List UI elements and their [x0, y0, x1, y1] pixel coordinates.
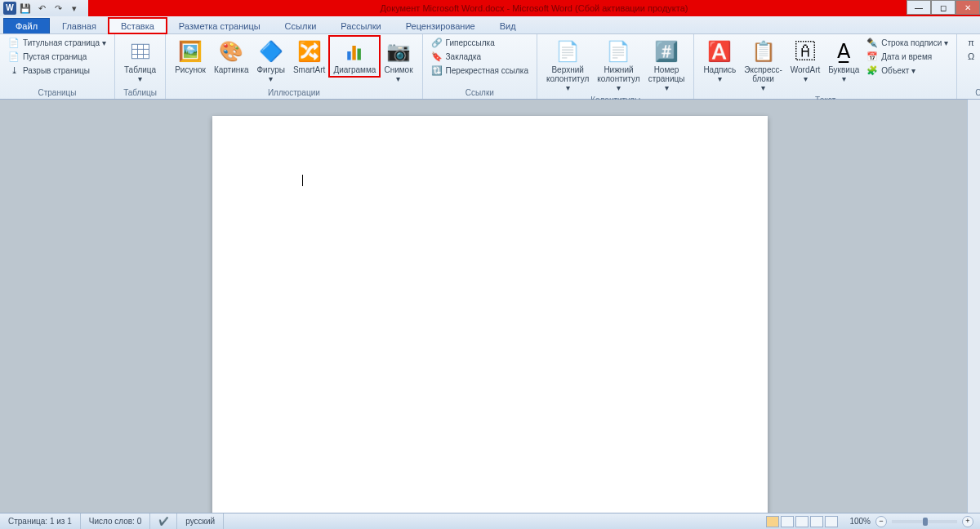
datetime-icon: 📅: [866, 51, 878, 62]
chart-icon: [341, 38, 368, 64]
redo-button[interactable]: ↷: [51, 2, 65, 15]
tab-view[interactable]: Вид: [488, 18, 528, 33]
zoom-slider-thumb[interactable]: [923, 518, 928, 526]
tab-file[interactable]: Файл: [3, 18, 50, 33]
group-label-tables: Таблицы: [120, 87, 160, 99]
view-outline[interactable]: [810, 516, 823, 527]
group-label-pages: Страницы: [5, 87, 109, 99]
footer-icon: 📄: [605, 38, 631, 64]
maximize-button[interactable]: ◻: [931, 0, 956, 15]
group-illustrations: 🖼️Рисунок 🎨Картинка 🔷Фигуры ▾ 🔀SmartArt …: [166, 34, 422, 99]
tab-home[interactable]: Главная: [50, 18, 109, 33]
screenshot-icon: 📷: [385, 38, 412, 64]
screenshot-button[interactable]: 📷Снимок ▾: [380, 36, 416, 86]
textbox-icon: 🅰️: [706, 38, 733, 64]
text-cursor: [302, 175, 303, 186]
header-button[interactable]: 📄Верхний колонтитул ▾: [542, 36, 593, 95]
group-pages: 📄Титульная страница ▾ 📄Пустая страница ⤓…: [0, 34, 115, 99]
tab-review[interactable]: Рецензирование: [394, 18, 488, 33]
minimize-button[interactable]: —: [906, 0, 931, 15]
group-tables: Таблица ▾ Таблицы: [115, 34, 166, 99]
view-draft[interactable]: [825, 516, 838, 527]
close-button[interactable]: ✕: [956, 0, 980, 15]
signature-icon: ✒️: [866, 37, 878, 48]
page-break-icon: ⤓: [8, 64, 20, 76]
zoom-in-button[interactable]: +: [962, 516, 973, 527]
status-word-count[interactable]: Число слов: 0: [81, 513, 150, 529]
hyperlink-icon: 🔗: [431, 37, 443, 48]
word-app-icon[interactable]: W: [3, 2, 16, 15]
page-number-icon: #️⃣: [653, 38, 679, 64]
tab-page-layout[interactable]: Разметка страницы: [167, 18, 273, 33]
view-print-layout[interactable]: [766, 516, 779, 527]
zoom-level[interactable]: 100%: [849, 517, 871, 526]
tab-insert[interactable]: Вставка: [109, 18, 167, 33]
zoom-out-button[interactable]: −: [875, 516, 887, 527]
svg-rect-7: [358, 49, 361, 60]
group-label-illustrations: Иллюстрации: [171, 87, 416, 99]
picture-button[interactable]: 🖼️Рисунок: [171, 36, 210, 77]
svg-rect-5: [348, 51, 351, 60]
group-links: 🔗Гиперссылка 🔖Закладка 🔃Перекрестная ссы…: [423, 34, 537, 99]
page-break-button[interactable]: ⤓Разрыв страницы: [5, 64, 109, 77]
status-language[interactable]: русский: [177, 513, 224, 529]
datetime-button[interactable]: 📅Дата и время: [863, 50, 951, 63]
bookmark-icon: 🔖: [431, 51, 443, 62]
symbol-button[interactable]: ΩСимвол ▾: [962, 50, 980, 63]
qat-customize-button[interactable]: ▾: [67, 2, 82, 15]
object-icon: 🧩: [866, 64, 878, 76]
quickparts-button[interactable]: 📋Экспресс-блоки ▾: [740, 36, 786, 95]
shapes-button[interactable]: 🔷Фигуры ▾: [252, 36, 288, 86]
undo-button[interactable]: ↶: [34, 2, 49, 15]
crossref-button[interactable]: 🔃Перекрестная ссылка: [428, 64, 532, 77]
wordart-button[interactable]: 🇦WordArt ▾: [786, 36, 825, 86]
blank-page-button[interactable]: 📄Пустая страница: [5, 50, 109, 63]
vertical-scrollbar[interactable]: [967, 100, 980, 513]
equation-icon: π: [965, 37, 977, 48]
textbox-button[interactable]: 🅰️Надпись ▾: [699, 36, 740, 86]
smartart-icon: 🔀: [296, 38, 323, 64]
title-bar: W 💾 ↶ ↷ ▾ Документ Microsoft Word.docx -…: [0, 0, 980, 16]
dropcap-icon: A̲: [831, 38, 857, 64]
window-title: Документ Microsoft Word.docx - Microsoft…: [381, 3, 688, 13]
view-switcher: [761, 516, 843, 527]
ribbon-tabs: Файл Главная Вставка Разметка страницы С…: [0, 16, 980, 34]
document-canvas[interactable]: [0, 100, 980, 513]
tab-references[interactable]: Ссылки: [273, 18, 329, 33]
blank-page-icon: 📄: [8, 51, 20, 62]
cover-page-icon: 📄: [8, 37, 20, 48]
clipart-button[interactable]: 🎨Картинка: [210, 36, 253, 77]
status-page[interactable]: Страница: 1 из 1: [0, 513, 81, 529]
zoom-slider[interactable]: [892, 520, 957, 523]
smartart-button[interactable]: 🔀SmartArt: [289, 36, 329, 77]
save-button[interactable]: 💾: [18, 2, 33, 15]
quickparts-icon: 📋: [751, 38, 777, 64]
chart-button[interactable]: Диаграмма: [329, 36, 380, 77]
footer-button[interactable]: 📄Нижний колонтитул ▾: [593, 36, 644, 95]
group-headers: 📄Верхний колонтитул ▾ 📄Нижний колонтитул…: [537, 34, 694, 99]
page-number-button[interactable]: #️⃣Номер страницы ▾: [644, 36, 689, 95]
bookmark-button[interactable]: 🔖Закладка: [428, 50, 532, 63]
picture-icon: 🖼️: [177, 38, 203, 64]
view-web-layout[interactable]: [795, 516, 808, 527]
group-symbols: πФормула ▾ ΩСимвол ▾ Символы: [957, 34, 980, 99]
dropcap-button[interactable]: A̲Буквица ▾: [824, 36, 863, 86]
signature-line-button[interactable]: ✒️Строка подписи ▾: [863, 36, 951, 49]
group-label-links: Ссылки: [428, 87, 532, 99]
table-button[interactable]: Таблица ▾: [120, 36, 160, 86]
cover-page-button[interactable]: 📄Титульная страница ▾: [5, 36, 109, 49]
svg-rect-0: [131, 44, 149, 59]
window-controls: — ◻ ✕: [906, 0, 980, 15]
hyperlink-button[interactable]: 🔗Гиперссылка: [428, 36, 532, 49]
document-page[interactable]: [212, 116, 768, 513]
equation-button[interactable]: πФормула ▾: [962, 36, 980, 49]
object-button[interactable]: 🧩Объект ▾: [863, 64, 951, 77]
status-bar: Страница: 1 из 1 Число слов: 0 ✔️ русски…: [0, 513, 980, 529]
group-text: 🅰️Надпись ▾ 📋Экспресс-блоки ▾ 🇦WordArt ▾…: [694, 34, 957, 99]
crossref-icon: 🔃: [431, 64, 443, 76]
status-proofing[interactable]: ✔️: [150, 513, 177, 529]
view-full-screen[interactable]: [781, 516, 794, 527]
group-label-symbols: Символы: [962, 87, 980, 99]
symbol-icon: Ω: [965, 51, 977, 62]
tab-mailings[interactable]: Рассылки: [328, 18, 393, 33]
